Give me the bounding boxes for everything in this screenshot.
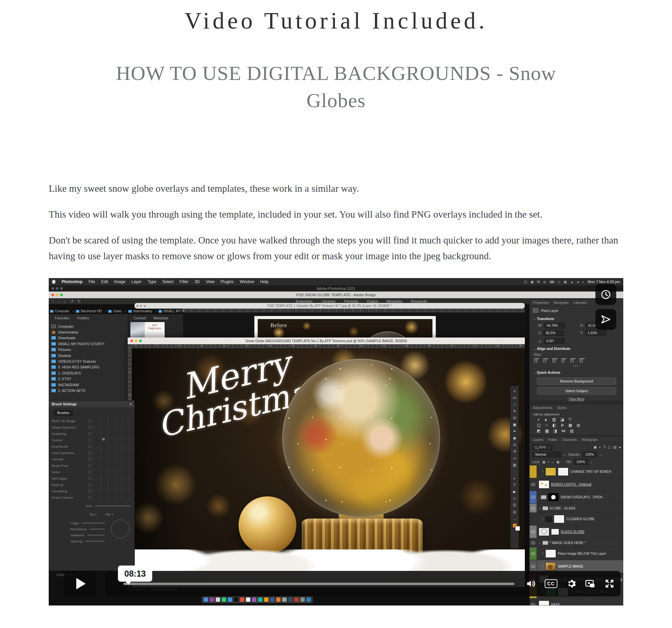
- field-value[interactable]: 1.63%: [585, 330, 606, 336]
- layer-thumbnail[interactable]: [538, 480, 549, 488]
- menubar-status-icon[interactable]: ●: [577, 280, 579, 284]
- tool-icon[interactable]: T: [511, 482, 518, 488]
- brush-option[interactable]: Texture: [52, 437, 91, 443]
- layer-thumbnail[interactable]: [538, 600, 549, 605]
- transform-field[interactable]: W: 44.78%: [538, 323, 577, 328]
- nav-icon[interactable]: ↻: [78, 299, 81, 304]
- panel-tab[interactable]: Folders: [74, 315, 92, 321]
- progress-bar[interactable]: [123, 583, 514, 585]
- tool-icon[interactable]: ▱: [511, 455, 518, 461]
- breadcrumb-item[interactable]: Macintosh HD: [76, 309, 106, 313]
- visibility-eye-icon[interactable]: [531, 483, 535, 486]
- tool-icon[interactable]: ▥: [511, 462, 518, 468]
- align-section-title[interactable]: Align and Distribute: [530, 344, 623, 351]
- layer-label-cell[interactable]: [530, 466, 537, 478]
- bridge-favorite-item[interactable]: sharonoakey: [51, 329, 128, 335]
- layer-name[interactable]: GLOBE - GLASS: [550, 506, 576, 510]
- filter-icon[interactable]: ▢: [608, 445, 611, 449]
- dock-app-icon[interactable]: [252, 598, 256, 602]
- layer-label-cell[interactable]: [530, 599, 537, 605]
- panel-tab[interactable]: Properties: [533, 301, 549, 305]
- panel-tab[interactable]: Paths: [548, 437, 557, 442]
- layer-row[interactable]: ⌐ SNOW OVERLAYS - OPEN -: [530, 491, 623, 504]
- tool-icon[interactable]: ✒: [511, 428, 518, 434]
- panel-tab[interactable]: Libraries: [574, 301, 587, 305]
- window-controls[interactable]: [137, 305, 146, 307]
- panel-tab[interactable]: Channels: [562, 437, 577, 442]
- panel-tab[interactable]: Navigator: [554, 301, 569, 305]
- view-more-link[interactable]: View More: [530, 397, 623, 401]
- fill-value[interactable]: 100%: [574, 459, 588, 465]
- layer-mask-thumbnail[interactable]: [554, 515, 565, 523]
- layer-label-cell[interactable]: [530, 491, 537, 503]
- layer-row[interactable]: ⌐ CHANGE TINT OF BOKEH: [530, 466, 623, 478]
- menubar-status-icon[interactable]: ◇: [558, 280, 560, 284]
- adjustment-icon[interactable]: ◍: [577, 423, 580, 428]
- watch-later-button[interactable]: [595, 284, 616, 305]
- brush-option[interactable]: Dual Brush: [52, 443, 91, 450]
- bridge-favorite-item[interactable]: Computer: [51, 323, 128, 329]
- visibility-eye-icon[interactable]: [531, 530, 535, 533]
- layer-row[interactable]: ⌐ GLOBE - GLASS: [530, 504, 623, 513]
- tool-icon[interactable]: ○: [511, 401, 518, 408]
- layer-name[interactable]: SNOW OVERLAYS - OPEN -: [560, 495, 604, 499]
- dock-app-icon[interactable]: [234, 598, 238, 602]
- layer-row[interactable]: ⌐ GLASS GLOBE: [530, 526, 623, 538]
- nav-icon[interactable]: ›: [58, 299, 59, 304]
- breadcrumb-item[interactable]: Computer: [50, 309, 74, 313]
- menubar-status-icon[interactable]: ▲: [570, 280, 574, 284]
- panel-tab[interactable]: Adjustments: [533, 406, 552, 410]
- layer-name[interactable]: CLEARER GLOBE: [566, 517, 594, 521]
- layer-row[interactable]: ⌐ BOKEH LIGHTS - Optional: [530, 478, 623, 491]
- filter-icon[interactable]: ▣: [593, 445, 596, 449]
- dock-app-icon[interactable]: [246, 598, 250, 602]
- folder-icon[interactable]: [538, 495, 546, 499]
- adjustment-icon[interactable]: ◫: [537, 423, 541, 428]
- align-bottom-icon[interactable]: [580, 358, 585, 363]
- layer-row[interactable]: ⌐ CLEARER GLOBE: [530, 513, 623, 526]
- bridge-favorite-item[interactable]: VIDEOS ETSY Textures: [51, 358, 128, 364]
- menubar-status-icon[interactable]: ◐: [582, 280, 584, 284]
- layer-filter-box[interactable]: Kind⌄: [532, 444, 552, 450]
- adjustment-icon[interactable]: ▨: [552, 417, 556, 422]
- align-more[interactable]: •••: [530, 363, 623, 368]
- bridge-favorite-item[interactable]: INSTAGRAM: [51, 382, 128, 387]
- dock-app-icon[interactable]: [203, 598, 208, 602]
- visibility-eye-icon[interactable]: [531, 542, 535, 544]
- menu-item[interactable]: Type: [147, 279, 156, 284]
- layer-label-cell[interactable]: [530, 504, 537, 512]
- share-button[interactable]: [595, 309, 616, 330]
- tool-icon[interactable]: ◐: [511, 475, 518, 482]
- adjustment-icon[interactable]: ◨: [553, 428, 557, 433]
- dock-app-icon[interactable]: [288, 598, 293, 602]
- dock-app-icon[interactable]: [216, 598, 220, 602]
- brush-option[interactable]: Brush Tip Shape: [52, 418, 91, 424]
- layer-row[interactable]: ⌐ * IMAGE GOES HERE *: [530, 538, 623, 547]
- layer-thumbnail[interactable]: [548, 493, 559, 501]
- menubar-status-icon[interactable]: ⌨: [549, 280, 554, 284]
- menubar-status-icon[interactable]: ◎: [543, 280, 546, 284]
- menu-item[interactable]: Image: [114, 279, 125, 284]
- tool-icon[interactable]: +: [511, 388, 518, 394]
- nav-icon[interactable]: ⌄: [63, 299, 66, 304]
- app-name[interactable]: Photoshop: [62, 279, 83, 284]
- layer-thumbnail[interactable]: [538, 528, 549, 536]
- align-center-icon[interactable]: [543, 358, 548, 363]
- layer-mask-thumbnail[interactable]: [558, 468, 569, 476]
- breadcrumb-item[interactable]: Users: [108, 309, 126, 313]
- layer-name[interactable]: GLASS GLOBE: [561, 530, 585, 534]
- dock-app-icon[interactable]: [222, 598, 226, 602]
- brush-option[interactable]: Noise: [52, 469, 91, 475]
- layer-thumbnail[interactable]: [545, 517, 552, 522]
- panel-tab[interactable]: Layers: [533, 437, 544, 442]
- adjustment-icon[interactable]: ◧: [552, 423, 556, 428]
- panel-tab[interactable]: Histogram: [582, 437, 598, 442]
- dock-app-icon[interactable]: [240, 598, 244, 602]
- layer-name[interactable]: Place Image BELOW This Layer: [558, 552, 606, 555]
- tool-icon[interactable]: ↺: [511, 448, 518, 455]
- window-controls[interactable]: [51, 294, 63, 296]
- quick-actions-title[interactable]: Quick Actions: [530, 368, 623, 375]
- brush-option[interactable]: Smoothing: [52, 488, 91, 494]
- bridge-favorite-item[interactable]: 2. ETSY: [51, 376, 128, 382]
- layer-mask-thumbnail[interactable]: [551, 529, 559, 535]
